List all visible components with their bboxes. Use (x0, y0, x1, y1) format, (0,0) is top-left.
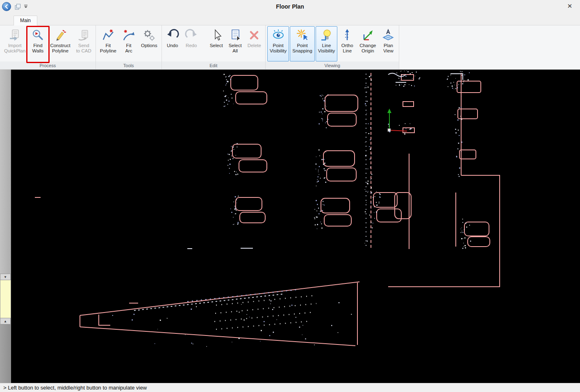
paste-icon-glyph (14, 3, 21, 10)
sidebar-spacer-top (0, 70, 11, 274)
button-label: QuickPlan (4, 48, 25, 54)
button-label: Send (78, 43, 89, 48)
sidebar-collapsed-panel[interactable] (0, 280, 11, 318)
tab-strip: Main (0, 13, 580, 25)
import-quickplan-button[interactable]: Import QuickPlan (2, 26, 28, 61)
button-label: View (383, 48, 393, 54)
statusbar: > Left button to select, middle/right bu… (0, 383, 580, 392)
window-title: Floor Plan (0, 3, 580, 10)
point-cloud-view (11, 70, 580, 383)
button-label: Find (33, 43, 42, 48)
redo-button[interactable]: Redo (182, 26, 200, 61)
main-area: ▼ ▲ (0, 70, 580, 383)
button-label: Visibility (270, 48, 287, 54)
status-message: > Left button to select, middle/right bu… (3, 385, 147, 391)
button-label: Origin (362, 48, 374, 54)
button-label: Line (322, 43, 331, 48)
fit-polyline-button[interactable]: Fit Polyline (98, 26, 119, 61)
options-gear-icon (143, 29, 156, 42)
delete-x-icon (248, 29, 261, 42)
button-label: Ortho (341, 43, 353, 48)
group-label-edit: Edit (162, 61, 265, 69)
snap-star-cursor-icon (296, 29, 309, 42)
button-label: Arc (125, 48, 132, 54)
scroll-down-button[interactable]: ▼ (0, 274, 11, 280)
options-button[interactable]: Options (139, 26, 160, 61)
button-label: Delete (248, 43, 261, 48)
find-walls-icon (31, 29, 44, 42)
button-label: Snapping (292, 48, 312, 54)
button-label: Polyline (52, 48, 68, 54)
select-all-icon (229, 29, 242, 42)
ribbon-group-tools: Fit Polyline Fit Arc (96, 25, 162, 69)
chevron-left-icon (4, 4, 9, 9)
floorplan-canvas[interactable] (11, 70, 580, 383)
point-visibility-toggle[interactable]: Point Visibility (267, 26, 289, 61)
button-label: Fit (126, 43, 132, 48)
import-quickplan-icon (8, 29, 21, 42)
button-label: Walls (32, 48, 44, 54)
light-bulb-icon (320, 29, 333, 42)
paste-icon[interactable] (14, 3, 21, 10)
select-cursor-icon (210, 29, 223, 42)
ribbon: Import QuickPlan Find Walls (0, 25, 580, 70)
button-label: Line (343, 48, 352, 54)
delete-button[interactable]: Delete (245, 26, 264, 61)
ribbon-group-viewing: Point Visibility Point Snap (266, 25, 400, 69)
group-label-process: Process (0, 61, 96, 69)
construct-polyline-icon (54, 29, 67, 42)
ortho-line-icon (341, 29, 354, 42)
button-label: Point (273, 43, 283, 48)
scroll-up-button[interactable]: ▲ (0, 318, 11, 324)
line-visibility-toggle[interactable]: Line Visibility (316, 26, 337, 61)
button-label: Options (141, 43, 157, 48)
fit-arc-icon (122, 29, 135, 42)
scroll-up-icon: ▲ (4, 319, 7, 323)
plan-view-icon (382, 29, 395, 42)
send-to-cad-icon (77, 29, 90, 42)
button-label: Visibility (318, 48, 335, 54)
back-button[interactable] (2, 2, 11, 11)
close-button[interactable]: ✕ (565, 2, 574, 10)
select-button[interactable]: Select (207, 26, 225, 61)
button-label: Select (229, 43, 242, 48)
eye-icon (272, 29, 285, 42)
button-label: All (232, 48, 238, 54)
button-label: Polyline (100, 48, 116, 54)
group-label-tools: Tools (96, 61, 161, 69)
button-label: to CAD (76, 48, 91, 54)
change-origin-button[interactable]: Change Origin (357, 26, 378, 61)
button-label: Plan (384, 43, 393, 48)
send-to-cad-button[interactable]: Send to CAD (74, 26, 94, 61)
fit-polyline-icon (102, 29, 115, 42)
scroll-down-icon: ▼ (4, 275, 7, 279)
button-label: Point (297, 43, 307, 48)
find-walls-button[interactable]: Find Walls (29, 26, 47, 61)
tab-main[interactable]: Main (14, 16, 37, 25)
group-label-viewing: Viewing (266, 61, 399, 69)
sidebar-spacer-bottom (0, 324, 11, 383)
button-label: Redo (186, 43, 197, 48)
point-snapping-toggle[interactable]: Point Snapping (290, 26, 315, 61)
fit-arc-button[interactable]: Fit Arc (120, 26, 138, 61)
titlebar: Floor Plan ✕ (0, 0, 580, 13)
select-all-button[interactable]: Select All (226, 26, 244, 61)
button-label: Select (210, 43, 223, 48)
button-label: Construct (50, 43, 70, 48)
dropdown-caret-icon (24, 4, 28, 9)
redo-icon (185, 29, 198, 42)
left-sidebar: ▼ ▲ (0, 70, 11, 383)
ribbon-group-edit: Undo Redo (162, 25, 266, 69)
button-label: Undo (167, 43, 178, 48)
button-label: Fit (105, 43, 111, 48)
floor-plan-window: Floor Plan ✕ Main Import (0, 0, 580, 392)
undo-button[interactable]: Undo (164, 26, 182, 61)
quick-access-dropdown-icon[interactable] (24, 4, 28, 9)
button-label: Import (8, 43, 22, 48)
button-label: Change (359, 43, 376, 48)
construct-polyline-button[interactable]: Construct Polyline (48, 26, 73, 61)
change-origin-icon (361, 29, 374, 42)
plan-view-button[interactable]: Plan View (379, 26, 397, 61)
ribbon-group-process: Import QuickPlan Find Walls (0, 25, 96, 69)
ortho-line-button[interactable]: Ortho Line (338, 26, 356, 61)
